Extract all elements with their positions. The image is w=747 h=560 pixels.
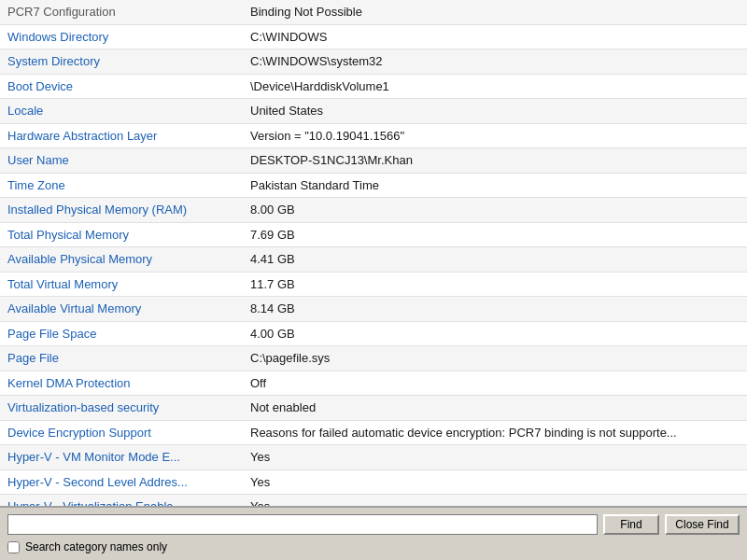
row-label: Hardware Abstraction Layer [0, 123, 243, 148]
row-value: 8.14 GB [243, 297, 747, 322]
row-label: PCR7 Configuration [0, 0, 243, 24]
table-row: Available Virtual Memory8.14 GB [0, 297, 747, 322]
row-label: System Directory [0, 49, 243, 75]
find-bar: Find Close Find [7, 514, 740, 535]
close-find-button[interactable]: Close Find [665, 514, 740, 535]
row-label: Available Physical Memory [0, 247, 243, 273]
row-label: Available Virtual Memory [0, 297, 243, 322]
table-row: Windows DirectoryC:\WINDOWS [0, 24, 747, 49]
table-row: Boot Device\Device\HarddiskVolume1 [0, 74, 747, 99]
row-label: Windows Directory [0, 24, 243, 49]
row-value: Reasons for failed automatic device encr… [243, 420, 747, 445]
row-label: Total Physical Memory [0, 222, 243, 247]
find-input[interactable] [7, 514, 598, 535]
table-row: LocaleUnited States [0, 99, 747, 124]
row-value: Off [243, 371, 747, 396]
table-row: Hardware Abstraction LayerVersion = "10.… [0, 123, 747, 148]
row-label: Virtualization-based security [0, 396, 243, 421]
search-category-checkbox[interactable] [7, 541, 20, 553]
table-row: Hyper-V - VM Monitor Mode E...Yes [0, 445, 747, 470]
row-label: Page File [0, 346, 243, 371]
table-row: Kernel DMA ProtectionOff [0, 371, 747, 396]
row-label: Installed Physical Memory (RAM) [0, 198, 243, 223]
row-value: C:\WINDOWS [243, 24, 747, 49]
bottom-bar: Find Close Find Search category names on… [0, 506, 747, 560]
row-label: Device Encryption Support [0, 420, 243, 445]
scrollable-area[interactable]: PCR7 ConfigurationBinding Not PossibleWi… [0, 0, 747, 506]
row-value: 11.7 GB [243, 272, 747, 297]
table-row: Installed Physical Memory (RAM)8.00 GB [0, 198, 747, 223]
row-value: DESKTOP-S1NCJ13\Mr.Khan [243, 148, 747, 174]
row-value: Pakistan Standard Time [243, 173, 747, 198]
row-value: C:\pagefile.sys [243, 346, 747, 371]
row-label: Hyper-V - Virtualization Enable... [0, 495, 243, 507]
table-row: Hyper-V - Virtualization Enable...Yes [0, 495, 747, 507]
find-button[interactable]: Find [603, 514, 659, 535]
row-label: Boot Device [0, 74, 243, 99]
table-row: Available Physical Memory4.41 GB [0, 247, 747, 273]
row-value: 4.41 GB [243, 247, 747, 273]
info-table: PCR7 ConfigurationBinding Not PossibleWi… [0, 0, 747, 506]
row-label: User Name [0, 148, 243, 174]
row-label: Hyper-V - VM Monitor Mode E... [0, 445, 243, 470]
table-row: PCR7 ConfigurationBinding Not Possible [0, 0, 747, 24]
table-row: System DirectoryC:\WINDOWS\system32 [0, 49, 747, 75]
row-label: Locale [0, 99, 243, 124]
row-label: Total Virtual Memory [0, 272, 243, 297]
main-content: PCR7 ConfigurationBinding Not PossibleWi… [0, 0, 747, 560]
row-label: Kernel DMA Protection [0, 371, 243, 396]
table-row: Virtualization-based securityNot enabled [0, 396, 747, 421]
row-value: Not enabled [243, 396, 747, 421]
row-value: Binding Not Possible [243, 0, 747, 24]
table-row: Page File Space4.00 GB [0, 321, 747, 346]
table-row: Page FileC:\pagefile.sys [0, 346, 747, 371]
row-label: Time Zone [0, 173, 243, 198]
row-value: 4.00 GB [243, 321, 747, 346]
row-value: United States [243, 99, 747, 124]
table-row: Time ZonePakistan Standard Time [0, 173, 747, 198]
row-value: 8.00 GB [243, 198, 747, 223]
row-label: Page File Space [0, 321, 243, 346]
row-value: Yes [243, 469, 747, 495]
table-row: Device Encryption SupportReasons for fai… [0, 420, 747, 445]
table-row: Hyper-V - Second Level Addres...Yes [0, 469, 747, 495]
table-row: Total Virtual Memory11.7 GB [0, 272, 747, 297]
table-row: Total Physical Memory7.69 GB [0, 222, 747, 247]
table-row: User NameDESKTOP-S1NCJ13\Mr.Khan [0, 148, 747, 174]
row-value: 7.69 GB [243, 222, 747, 247]
search-options: Search category names only [7, 540, 740, 553]
row-value: \Device\HarddiskVolume1 [243, 74, 747, 99]
row-value: Version = "10.0.19041.1566" [243, 123, 747, 148]
row-label: Hyper-V - Second Level Addres... [0, 469, 243, 495]
row-value: Yes [243, 495, 747, 507]
search-category-label: Search category names only [25, 540, 167, 553]
row-value: Yes [243, 445, 747, 470]
row-value: C:\WINDOWS\system32 [243, 49, 747, 75]
